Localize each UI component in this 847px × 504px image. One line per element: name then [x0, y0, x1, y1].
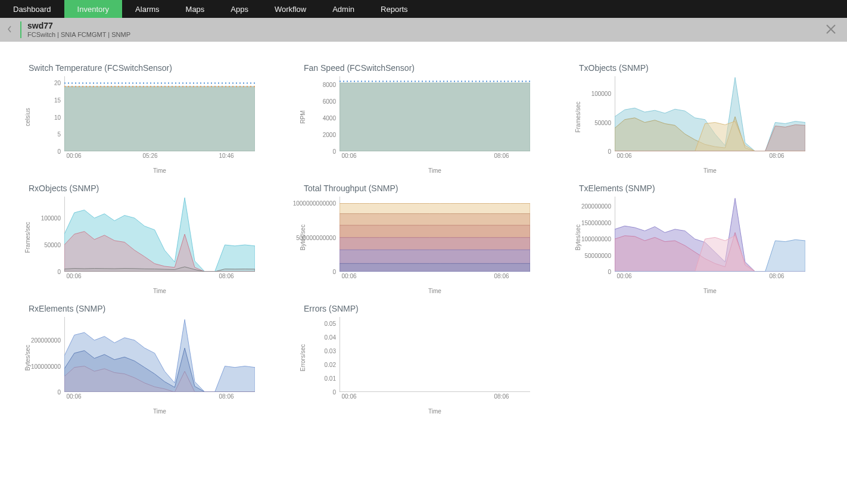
y-tick-label: 0 — [608, 269, 611, 275]
y-tick-label: 0 — [332, 148, 336, 155]
y-tick-label: 0.01 — [325, 375, 336, 382]
sub-header: swd77 FCSwitch | SNIA FCMGMT | SNMP — [0, 18, 847, 42]
nav-item-admin[interactable]: Admin — [319, 0, 368, 18]
y-tick-label: 6000 — [323, 98, 336, 105]
chart-frame[interactable]: 0100000000200000000Bytes/sec00:0608:06Ti… — [29, 317, 255, 406]
chart-title: TxElements (SNMP) — [579, 183, 818, 193]
x-tick-label: 08:06 — [769, 273, 784, 279]
x-tick-label: 08:06 — [219, 393, 233, 400]
chart-title: RxElements (SNMP) — [29, 304, 268, 313]
chart-txelements: TxElements (SNMP)05000000010000000015000… — [579, 183, 818, 286]
y-axis-title: Bytes/sec — [300, 225, 306, 250]
chart-fan: Fan Speed (FCSwitchSensor)02000400060008… — [304, 63, 543, 166]
chart-frame[interactable]: 050000100000Frames/sec00:0608:06Time — [579, 76, 805, 166]
x-axis-title: Time — [153, 288, 166, 294]
x-axis-title: Time — [703, 167, 717, 174]
x-tick-label: 00:06 — [341, 153, 356, 159]
y-tick-label: 0 — [57, 269, 61, 275]
y-tick-label: 5 — [57, 131, 61, 138]
y-tick-label: 20 — [54, 80, 61, 86]
y-tick-label: 0 — [608, 148, 611, 155]
y-tick-label: 50000 — [594, 119, 611, 126]
chart-frame[interactable]: 00.010.020.030.040.05Errors/sec00:0608:0… — [304, 317, 530, 406]
y-axis-title: Bytes/sec — [575, 225, 581, 250]
y-tick-label: 4000 — [323, 115, 336, 122]
x-axis-title: Time — [153, 408, 166, 415]
chart-frame[interactable]: 050000100000Frames/sec00:0608:06Time — [29, 197, 255, 286]
x-tick-label: 08:06 — [219, 273, 233, 279]
x-axis-title: Time — [153, 167, 166, 174]
y-tick-label: 0.02 — [325, 362, 336, 368]
nav-item-reports[interactable]: Reports — [368, 0, 421, 18]
chart-title: Fan Speed (FCSwitchSensor) — [304, 63, 543, 73]
y-tick-label: 50000000 — [585, 252, 612, 259]
page-subtitle: FCSwitch | SNIA FCMGMT | SNMP — [27, 31, 130, 39]
chart-total: Total Throughput (SNMP)05000000000001000… — [304, 183, 543, 286]
x-tick-label: 08:06 — [769, 153, 784, 159]
back-button[interactable] — [7, 26, 15, 35]
y-axis-title: Frames/sec — [24, 222, 31, 253]
chart-title: Errors (SNMP) — [304, 304, 543, 313]
chart-title: RxObjects (SNMP) — [29, 183, 268, 193]
nav-item-maps[interactable]: Maps — [173, 0, 218, 18]
close-button[interactable] — [824, 23, 837, 36]
y-axis-title: celsius — [24, 108, 31, 126]
y-tick-label: 50000 — [44, 242, 61, 248]
y-tick-label: 200000000 — [581, 203, 611, 210]
x-tick-label: 08:06 — [494, 393, 509, 400]
y-tick-label: 100000000 — [581, 236, 611, 242]
chart-txobjects: TxObjects (SNMP)050000100000Frames/sec00… — [579, 63, 818, 166]
nav-item-workflow[interactable]: Workflow — [261, 0, 319, 18]
charts-grid: Switch Temperature (FCSwitchSensor)05101… — [0, 42, 847, 428]
plot-area[interactable] — [340, 76, 530, 151]
x-tick-label: 00:06 — [616, 153, 631, 159]
chart-frame[interactable]: 050000000100000000150000000200000000Byte… — [579, 197, 805, 286]
plot-area[interactable] — [64, 76, 255, 151]
chart-title: TxObjects (SNMP) — [579, 63, 818, 73]
y-tick-label: 100000000 — [31, 363, 61, 369]
chart-frame[interactable]: 05101520celsius00:0605:2610:46Time — [29, 76, 255, 166]
plot-area[interactable] — [64, 197, 255, 272]
x-tick-label: 10:46 — [219, 153, 233, 159]
plot-area[interactable] — [615, 197, 805, 272]
plot-area[interactable] — [615, 76, 805, 151]
y-tick-label: 0 — [57, 148, 61, 155]
y-tick-label: 200000000 — [31, 337, 61, 344]
y-tick-label: 15 — [54, 97, 61, 104]
x-tick-label: 00:06 — [66, 273, 81, 279]
chart-frame[interactable]: 02000400060008000RPM00:0608:06Time — [304, 76, 530, 166]
x-tick-label: 00:06 — [341, 273, 356, 279]
chart-errors: Errors (SNMP)00.010.020.030.040.05Errors… — [304, 304, 543, 406]
nav-item-dashboard[interactable]: Dashboard — [0, 0, 64, 18]
x-tick-label: 08:06 — [494, 273, 509, 279]
x-axis-title: Time — [703, 288, 717, 294]
y-axis-title: Errors/sec — [300, 344, 306, 372]
x-tick-label: 08:06 — [494, 153, 509, 159]
page-title-block: swd77 FCSwitch | SNIA FCMGMT | SNMP — [27, 21, 130, 39]
chart-rxelements: RxElements (SNMP)0100000000200000000Byte… — [29, 304, 268, 406]
y-axis-title: Frames/sec — [575, 101, 581, 132]
nav-item-inventory[interactable]: Inventory — [64, 0, 122, 18]
plot-area[interactable] — [340, 317, 530, 392]
y-tick-label: 100000 — [41, 215, 61, 222]
y-tick-label: 10 — [54, 114, 61, 120]
x-tick-label: 00:06 — [66, 153, 81, 159]
page-title: swd77 — [27, 21, 130, 31]
chart-switch: Switch Temperature (FCSwitchSensor)05101… — [29, 63, 268, 166]
x-axis-title: Time — [428, 167, 441, 174]
nav-item-apps[interactable]: Apps — [217, 0, 261, 18]
chart-title: Total Throughput (SNMP) — [304, 183, 543, 193]
plot-area[interactable] — [64, 317, 255, 392]
y-tick-label: 100000 — [591, 91, 611, 97]
y-tick-label: 0 — [332, 389, 336, 396]
x-axis-title: Time — [428, 288, 441, 294]
nav-item-alarms[interactable]: Alarms — [122, 0, 172, 18]
x-tick-label: 00:06 — [341, 393, 356, 400]
y-tick-label: 150000000 — [581, 219, 611, 226]
y-tick-label: 0 — [332, 269, 336, 275]
x-axis-title: Time — [428, 408, 441, 415]
y-tick-label: 0.04 — [325, 334, 336, 341]
plot-area[interactable] — [340, 197, 530, 272]
chart-frame[interactable]: 05000000000001000000000000Bytes/sec00:06… — [304, 197, 530, 286]
top-nav: DashboardInventoryAlarmsMapsAppsWorkflow… — [0, 0, 847, 18]
